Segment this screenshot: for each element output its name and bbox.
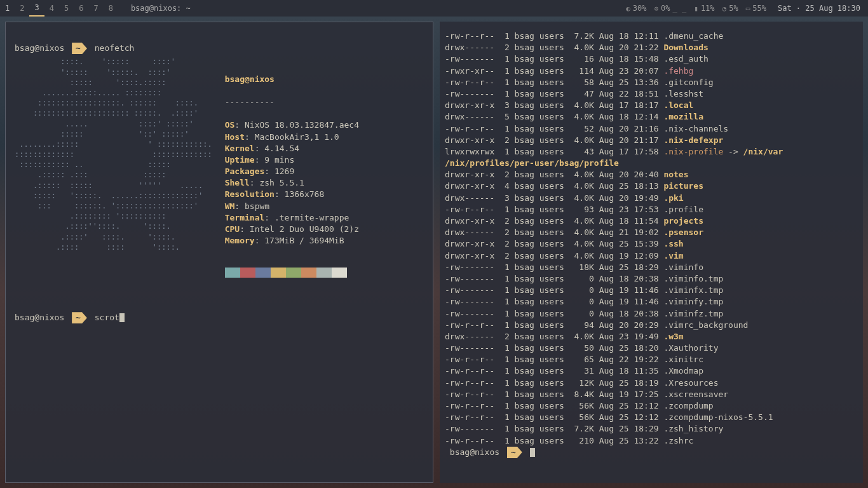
cpu-status: ⚙0% _ _ (650, 4, 690, 13)
workspace-6[interactable]: 6 (74, 0, 88, 17)
ls-row: -rw------- 1 bsag users 16 Aug 18 15:48 … (445, 53, 854, 65)
info-row: Resolution: 868x488 (225, 189, 359, 200)
ls-row: -rwxr-xr-- 1 bsag users 114 Aug 23 20:07… (445, 65, 854, 77)
info-title: bsag@nixos (225, 74, 359, 85)
info-row: Memory: 173MiB / 3694MiB (225, 235, 359, 247)
ls-row: -rw------- 1 bsag users 0 Aug 19 11:46 .… (445, 296, 854, 308)
ls-path-wrap: /nix/profiles/per-user/bsag/profile (445, 158, 854, 169)
terminal-right[interactable]: -rw-r--r-- 1 bsag users 7.2K Aug 18 12:1… (440, 22, 863, 483)
ls-row: drwx------ 2 bsag users 4.0K Aug 23 19:4… (445, 331, 854, 342)
color-swatch (301, 268, 316, 278)
window-title: bsag@nixos: ~ (118, 4, 203, 13)
battery-icon: ▭ (746, 4, 750, 13)
memory-status: ▮11% (690, 4, 718, 13)
color-swatch (316, 268, 332, 278)
color-swatch (286, 268, 301, 278)
ls-row: drwx------ 2 bsag users 4.0K Aug 21 19:0… (445, 227, 854, 238)
terminal-left[interactable]: bsag@nixos ~ neofetch ::::. '::::: ::::'… (5, 22, 433, 483)
ls-row: -rw------- 1 bsag users 0 Aug 18 20:38 .… (445, 273, 854, 285)
info-row: Host: MacBookAir3,1 1.0 (225, 132, 359, 143)
brightness-icon: ◐ (626, 4, 630, 13)
ls-row: drwx------ 2 bsag users 4.0K Aug 20 21:2… (445, 42, 854, 53)
workspace-5[interactable]: 5 (59, 0, 74, 17)
color-swatch (225, 268, 240, 278)
ls-row: drwxr-xr-x 3 bsag users 4.0K Aug 17 18:1… (445, 100, 854, 111)
ls-row: -rw-r--r-- 1 bsag users 94 Aug 20 20:29 … (445, 320, 854, 331)
workspace-7[interactable]: 7 (88, 0, 103, 17)
ls-row: drwx------ 5 bsag users 4.0K Aug 18 12:1… (445, 111, 854, 123)
ls-row: -rw-r--r-- 1 bsag users 56K Aug 25 12:12… (445, 412, 854, 423)
ls-row: -rw-r--r-- 1 bsag users 8.4K Aug 19 17:2… (445, 389, 854, 400)
color-swatch (255, 268, 271, 278)
neofetch-info: bsag@nixos ---------- OS: NixOS 18.03.13… (225, 62, 359, 288)
ls-row: -rw-r--r-- 1 bsag users 210 Aug 25 13:22… (445, 435, 854, 447)
info-row: WM: bspwm (225, 201, 359, 212)
info-row: Packages: 1269 (225, 166, 359, 177)
info-row: OS: NixOS 18.03.132847.aec4 (225, 119, 359, 131)
info-row: Shell: zsh 5.5.1 (225, 177, 359, 189)
memory-icon: ▮ (694, 4, 698, 13)
ls-row: drwxr-xr-x 4 bsag users 4.0K Aug 25 18:1… (445, 180, 854, 192)
ls-row: lrwxrwxrwx 1 bsag users 43 Aug 17 17:58 … (445, 146, 854, 158)
workspace-1[interactable]: 1 (0, 0, 15, 17)
gear-icon: ⚙ (654, 4, 658, 13)
ls-row: drwxr-xr-x 2 bsag users 4.0K Aug 25 15:3… (445, 238, 854, 250)
color-swatch (271, 268, 286, 278)
ls-row: -rw-r--r-- 1 bsag users 58 Aug 25 13:36 … (445, 77, 854, 88)
ls-row: -rw-r--r-- 1 bsag users 7.2K Aug 18 12:1… (445, 30, 854, 42)
workspace-4[interactable]: 4 (44, 0, 59, 17)
window-area: bsag@nixos ~ neofetch ::::. '::::: ::::'… (0, 17, 868, 488)
ls-row: -rw------- 1 bsag users 0 Aug 19 11:46 .… (445, 285, 854, 296)
battery-status: ▭55% (742, 4, 770, 13)
neofetch-output: ::::. '::::: ::::' '::::: ':::::. ::::' … (15, 57, 424, 288)
ls-row: -rw-r--r-- 1 bsag users 93 Aug 23 17:53 … (445, 204, 854, 215)
ls-row: drwxr-xr-x 2 bsag users 4.0K Aug 19 12:0… (445, 250, 854, 262)
ls-row: -rw------- 1 bsag users 0 Aug 18 20:38 .… (445, 308, 854, 320)
ls-row: -rw------- 1 bsag users 50 Aug 25 18:20 … (445, 342, 854, 354)
ls-row: drwx------ 3 bsag users 4.0K Aug 20 19:4… (445, 193, 854, 204)
info-row: Kernel: 4.14.54 (225, 143, 359, 154)
brightness-status: ◐30% (622, 4, 650, 13)
color-swatch (240, 268, 255, 278)
info-row: Terminal: .termite-wrappe (225, 212, 359, 224)
prompt-line-2: bsag@nixos ~ scrot (15, 313, 125, 322)
ls-row: -rw-r--r-- 1 bsag users 56K Aug 25 12:12… (445, 400, 854, 412)
ls-row: -rw------- 1 bsag users 18K Aug 25 18:29… (445, 262, 854, 273)
color-palette (225, 268, 359, 278)
ls-row: -rw-r--r-- 1 bsag users 31 Aug 18 11:35 … (445, 365, 854, 377)
ls-row: drwxr-xr-x 2 bsag users 4.0K Aug 20 20:4… (445, 169, 854, 180)
ascii-logo: ::::. '::::: ::::' '::::: ':::::. ::::' … (15, 57, 212, 288)
workspace-8[interactable]: 8 (104, 0, 118, 17)
prompt-path: ~ (72, 43, 87, 54)
cursor (119, 313, 125, 322)
ls-row: -rw------- 1 bsag users 47 Aug 22 18:51 … (445, 88, 854, 100)
workspace-2[interactable]: 2 (15, 0, 29, 17)
disk-icon: ◔ (722, 4, 727, 13)
info-dashes: ---------- (225, 97, 359, 108)
workspace-list: 12345678 (0, 0, 118, 17)
prompt-line-1: bsag@nixos ~ neofetch (15, 43, 134, 53)
workspace-3[interactable]: 3 (29, 0, 44, 17)
ls-row: -rw-r--r-- 1 bsag users 52 Aug 20 21:16 … (445, 123, 854, 135)
info-row: CPU: Intel 2 Duo U9400 (2)z (225, 224, 359, 235)
topbar: 12345678 bsag@nixos: ~ ◐30% ⚙0% _ _ ▮11%… (0, 0, 868, 17)
datetime: Sat · 25 Aug 18:30 (770, 4, 868, 13)
ls-row: -rw-r--r-- 1 bsag users 12K Aug 25 18:19… (445, 377, 854, 389)
prompt-path: ~ (72, 312, 87, 323)
color-swatch (332, 268, 347, 278)
ls-row: drwxr-xr-x 2 bsag users 4.0K Aug 18 11:5… (445, 215, 854, 227)
info-row: Uptime: 9 mins (225, 154, 359, 166)
disk-status: ◔5% (719, 4, 742, 13)
prompt-line-3: bsag@nixos ~ (445, 447, 854, 458)
ls-row: -rw------- 1 bsag users 7.2K Aug 25 18:2… (445, 423, 854, 435)
ls-row: -rw-r--r-- 1 bsag users 65 Aug 22 19:22 … (445, 354, 854, 365)
ls-row: drwxr-xr-x 2 bsag users 4.0K Aug 20 21:1… (445, 135, 854, 146)
